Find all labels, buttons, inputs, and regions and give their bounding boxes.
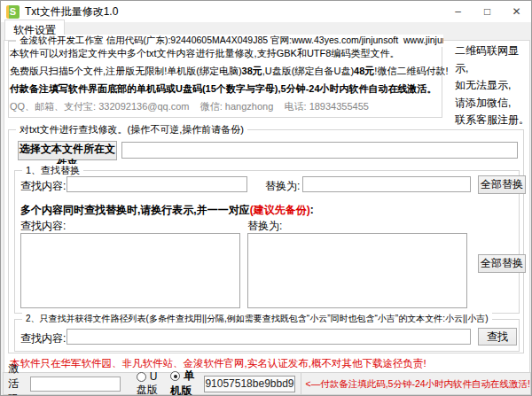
close-icon[interactable]: ✕ — [502, 1, 531, 22]
window-controls: – □ ✕ — [443, 1, 531, 22]
replace-with-label: 替换为: — [265, 179, 300, 194]
multi-find-label: 查找内容: — [20, 219, 66, 234]
search-button[interactable]: 查找 — [478, 328, 517, 346]
window-title: Txt文件批量修改1.0 — [25, 4, 118, 19]
minimize-icon[interactable]: – — [443, 1, 473, 22]
usb-version-radio[interactable]: U盘版 — [137, 370, 160, 396]
choose-folder-button[interactable]: 选择文本文件所在文件夹 — [18, 141, 117, 160]
search-find-label: 查找内容: — [20, 331, 66, 346]
edit-legend: 对txt文件进行查找修改。(操作不可逆,操作前请备份) — [16, 123, 247, 136]
folder-path-input[interactable] — [121, 142, 518, 159]
usb-radio-icon — [137, 372, 146, 382]
backup-warning: (建议先备份) — [250, 204, 310, 216]
machine-version-radio[interactable]: 单机版 — [170, 369, 195, 396]
qr-hint-line: 请添加微信, — [455, 95, 531, 113]
maximize-icon[interactable]: □ — [473, 1, 502, 22]
search-legend: 2、只查找并获得文件路径列表(多条件查找用||分隔,例如需要查找既包含“小云”同… — [22, 313, 492, 325]
edit-groupbox: 对txt文件进行查找修改。(操作不可逆,操作前请备份) 选择文本文件所在文件夹 … — [8, 129, 524, 353]
multi-replace-note-colon: : — [310, 204, 314, 216]
qr-hint-line: 联系客服注册。 — [455, 112, 531, 129]
search-input[interactable] — [66, 329, 471, 345]
info-legend: 金浚软件开发工作室 信用代码(广东):92440605MA4X049J85 官网… — [16, 35, 443, 47]
info-line-2a: 免费版只扫描5个文件,注册版无限制!单机版(绑定电脑) — [10, 66, 242, 76]
find-label: 查找内容: — [20, 179, 66, 194]
app-icon: S — [6, 5, 20, 19]
multi-find-textarea[interactable] — [20, 233, 240, 308]
info-line-3: 付款备注填写软件界面底部的单机码或U盘码(15个数字与字母),5分钟-24小时内… — [10, 82, 437, 96]
app-window: S Txt文件批量修改1.0 – □ ✕ 软件设置 金浚软件开发工作室 信用代码… — [0, 0, 532, 396]
qr-hint-panel: 二维码联网显示, 如无法显示, 请添加微信, 联系客服注册。 — [455, 43, 531, 129]
replace-legend: 1、查找替换 — [22, 164, 83, 177]
activation-code-label: 激活码: — [8, 361, 27, 396]
footer-payment-note: <—付款备注填此码,5分钟-24小时内软件自动在线激活! — [301, 373, 530, 394]
multi-replace-label: 替换为: — [247, 219, 282, 234]
find-input[interactable] — [66, 176, 247, 192]
footer-bar: 激活码: U盘版 单机版 91057518be9bbd9 <—付款备注填此码,5… — [3, 372, 531, 395]
machine-radio-icon — [170, 371, 180, 381]
info-line-2e: !微信二维码付款! — [374, 66, 448, 76]
price-usb: 48元 — [354, 66, 374, 76]
search-groupbox: 2、只查找并获得文件路径列表(多条件查找用||分隔,例如需要查找既包含“小云”同… — [14, 319, 520, 352]
qr-hint-line: 如无法显示, — [455, 77, 531, 95]
replace-input[interactable] — [302, 176, 471, 192]
multi-replace-note-text: 多个内容同时查找替换时,请换行表示,并一一对应 — [20, 204, 250, 216]
multi-replace-textarea[interactable] — [247, 233, 467, 308]
machine-code-box[interactable]: 91057518be9bbd9 — [204, 376, 294, 392]
contact-line: QQ、邮箱、支付宝: 332092136@qq.com 微信: hangzhon… — [10, 100, 369, 113]
replace-all-button-2[interactable]: 全部替换 — [478, 254, 526, 273]
info-line-1: 本软件可以对指定文件夹中多个txt文件内容进行批量修改,支持GBK和UTF8编码… — [10, 47, 399, 60]
activation-code-input[interactable] — [30, 377, 121, 392]
qr-hint-line: 二维码联网显示, — [455, 43, 531, 77]
replace-all-button[interactable]: 全部替换 — [478, 175, 526, 194]
disclaimer-text: 本软件只在华军软件园、非凡软件站、金浚软件官网,实名认证发布,概不对其他下载途径… — [10, 357, 426, 370]
info-line-2: 免费版只扫描5个文件,注册版无限制!单机版(绑定电脑)38元,U盘版(绑定自备U… — [10, 65, 448, 78]
info-line-2c: ,U盘版(绑定自备U盘) — [262, 66, 354, 76]
title-bar: S Txt文件批量修改1.0 – □ ✕ — [1, 1, 531, 22]
multi-replace-note: 多个内容同时查找替换时,请换行表示,并一一对应(建议先备份): — [20, 203, 314, 218]
replace-groupbox: 1、查找替换 查找内容: 替换为: 全部替换 多个内容同时查找替换时,请换行表示… — [14, 170, 520, 314]
price-standalone: 38元 — [242, 66, 262, 76]
